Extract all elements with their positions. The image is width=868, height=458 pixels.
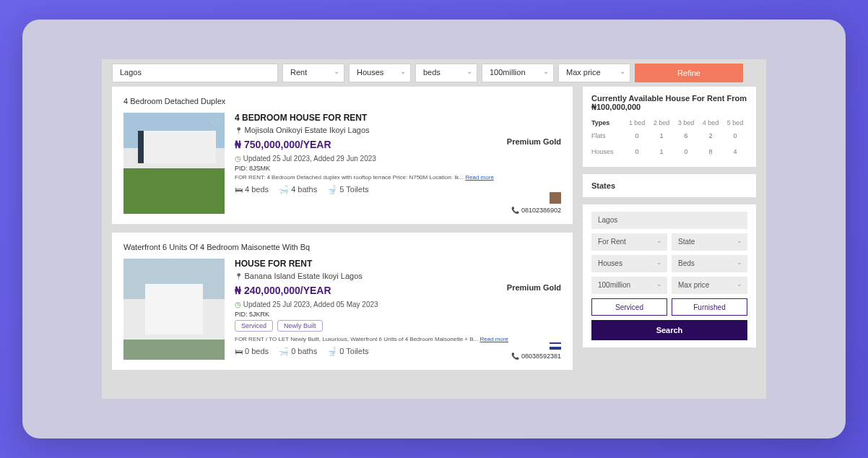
newly-built-badge: Newly Built: [277, 320, 323, 332]
listing-heading: 4 BEDROOM HOUSE FOR RENT: [235, 113, 561, 123]
states-card: States: [583, 174, 756, 197]
availability-table: Types 1 bed 2 bed 3 bed 4 bed 5 bed Flat…: [591, 118, 747, 160]
beds-icon: 🛏 0 beds: [235, 347, 269, 356]
listing-image[interactable]: ♡: [123, 259, 225, 360]
agent-contact[interactable]: 📞 08102386902: [511, 192, 561, 214]
app-window: Lagos Rent Houses beds 100million Max pr…: [102, 59, 766, 399]
types-label: Types: [591, 118, 625, 128]
listing-heading: HOUSE FOR RENT: [235, 259, 561, 269]
favorite-icon[interactable]: ♡: [211, 117, 220, 129]
filter-type-select[interactable]: Rent: [282, 64, 344, 82]
mini-state-select[interactable]: State: [672, 233, 747, 251]
outer-frame: Lagos Rent Houses beds 100million Max pr…: [22, 20, 846, 438]
agent-logo-icon: [550, 342, 561, 350]
bed-header: 2 bed: [649, 118, 674, 128]
listing-card[interactable]: Waterfront 6 Units Of 4 Bedroom Maisonet…: [112, 233, 573, 370]
availability-heading: Currently Available House For Rent From …: [591, 94, 747, 112]
mini-purpose-select[interactable]: For Rent: [591, 233, 667, 251]
listing-dates: Updated 25 Jul 2023, Added 29 Jun 2023: [235, 155, 561, 163]
availability-card: Currently Available House For Rent From …: [583, 87, 756, 167]
bed-header: 5 bed: [723, 118, 747, 128]
bed-header: 3 bed: [674, 118, 698, 128]
table-row: Flats 0 1 6 2 0: [591, 128, 747, 144]
readmore-link[interactable]: Read more: [465, 174, 494, 181]
toilets-icon: 🚽 5 Toilets: [327, 185, 368, 194]
agent-contact[interactable]: 📞 08038592381: [511, 342, 561, 360]
favorite-icon[interactable]: ♡: [211, 263, 220, 275]
filter-property-select[interactable]: Houses: [349, 64, 411, 82]
listing-body: ♡ HOUSE FOR RENT Banana Island Estate Ik…: [123, 259, 561, 360]
mini-property-select[interactable]: Houses: [591, 255, 667, 272]
filter-bar: Lagos Rent Houses beds 100million Max pr…: [102, 59, 766, 87]
search-button[interactable]: Search: [591, 320, 747, 340]
listing-card[interactable]: 4 Bedroom Detached Duplex ♡ 4 BEDROOM HO…: [112, 87, 573, 224]
mini-minprice-select[interactable]: 100million: [591, 277, 667, 294]
beds-icon: 🛏 4 beds: [235, 185, 269, 194]
sidebar-column: Currently Available House For Rent From …: [583, 87, 756, 370]
filter-location-input[interactable]: Lagos: [112, 64, 278, 82]
refine-button[interactable]: Refine: [635, 64, 743, 82]
bed-header: 1 bed: [625, 118, 649, 128]
baths-icon: 🛁 0 baths: [279, 347, 317, 356]
filter-minprice-select[interactable]: 100million: [482, 64, 554, 82]
listing-location: Banana Island Estate Ikoyi Lagos: [235, 272, 561, 280]
filter-maxprice-select[interactable]: Max price: [558, 64, 630, 82]
listing-description: FOR RENT / TO LET Newly Built, Luxurious…: [235, 336, 561, 342]
main-content: 4 Bedroom Detached Duplex ♡ 4 BEDROOM HO…: [102, 87, 766, 380]
agent-avatar-icon: [550, 192, 561, 204]
listing-title: 4 Bedroom Detached Duplex: [123, 97, 561, 105]
mini-maxprice-select[interactable]: Max price: [672, 277, 747, 294]
listing-location: Mojisola Onikoyi Estate Ikoyi Lagos: [235, 126, 561, 134]
listings-column: 4 Bedroom Detached Duplex ♡ 4 BEDROOM HO…: [112, 87, 573, 370]
table-row: Houses 0 1 0 8 4: [591, 144, 747, 160]
baths-icon: 🛁 4 baths: [279, 185, 317, 194]
serviced-toggle[interactable]: Serviced: [591, 298, 667, 316]
listing-description: FOR RENT: 4 Bedroom Detached duplex with…: [235, 174, 561, 181]
listing-pid: PID: 8JSMK: [235, 165, 561, 172]
listing-pid: PID: 5JKRK: [235, 311, 561, 318]
mini-location-input[interactable]: Lagos: [591, 212, 747, 229]
mini-search-form: Lagos For Rent State Houses Beds 100mill…: [583, 204, 756, 347]
toilets-icon: 🚽 0 Toilets: [327, 347, 368, 356]
listing-badges: Serviced Newly Built: [235, 320, 561, 332]
readmore-link[interactable]: Read more: [479, 336, 508, 342]
premium-badge: Premium Gold: [507, 283, 561, 292]
listing-body: ♡ 4 BEDROOM HOUSE FOR RENT Mojisola Onik…: [123, 113, 561, 214]
premium-badge: Premium Gold: [507, 137, 561, 146]
serviced-badge: Serviced: [235, 320, 273, 332]
listing-image[interactable]: ♡: [123, 113, 225, 214]
listing-dates: Updated 25 Jul 2023, Added 05 May 2023: [235, 301, 561, 308]
mini-beds-select[interactable]: Beds: [672, 255, 747, 272]
listing-title: Waterfront 6 Units Of 4 Bedroom Maisonet…: [123, 243, 561, 251]
filter-beds-select[interactable]: beds: [415, 64, 477, 82]
states-heading: States: [591, 181, 747, 190]
furnished-toggle[interactable]: Furnished: [672, 298, 747, 316]
bed-header: 4 bed: [698, 118, 723, 128]
